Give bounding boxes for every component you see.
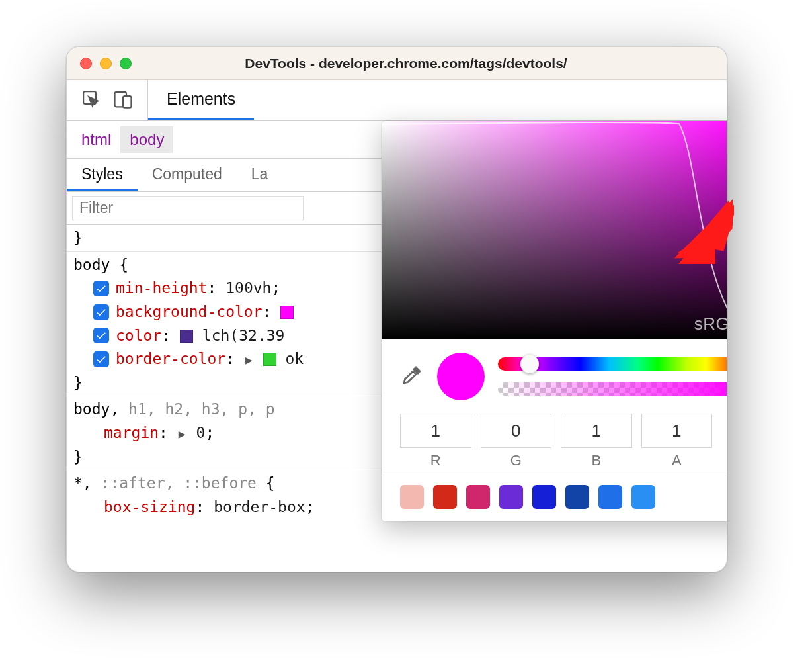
hue-slider-thumb[interactable] <box>520 355 539 373</box>
expand-triangle-icon[interactable]: ▶ <box>177 427 187 441</box>
palette-swatch[interactable] <box>565 485 589 509</box>
stepper-down-icon[interactable]: ▼ <box>725 498 727 510</box>
b-input[interactable] <box>561 414 632 448</box>
color-swatch-icon[interactable] <box>280 306 294 319</box>
window-title: DevTools - developer.chrome.com/tags/dev… <box>99 56 713 71</box>
svg-rect-2 <box>123 96 132 108</box>
format-switch-stepper[interactable]: ▲ ▼ <box>721 414 727 443</box>
devtools-window: DevTools - developer.chrome.com/tags/dev… <box>66 46 727 572</box>
toggle-checkbox[interactable] <box>93 281 109 296</box>
palette-swatch[interactable] <box>598 485 622 509</box>
palette-swatch[interactable] <box>532 485 556 509</box>
r-input[interactable] <box>400 414 471 448</box>
inspect-element-icon[interactable] <box>81 89 101 112</box>
toggle-checkbox[interactable] <box>93 351 109 367</box>
a-label: A <box>641 452 713 469</box>
color-palette-row: ▲ ▼ <box>382 476 727 521</box>
gamut-label: sRGB <box>694 314 727 334</box>
crumb-html[interactable]: html <box>72 126 120 153</box>
palette-swatch[interactable] <box>433 485 457 509</box>
close-window-button[interactable] <box>80 58 92 69</box>
subtab-computed[interactable]: Computed <box>138 159 237 191</box>
styles-filter-input[interactable] <box>72 196 304 220</box>
subtab-layout[interactable]: La <box>237 159 283 191</box>
color-picker-panel: sRGB R <box>382 121 727 521</box>
color-swatch-icon[interactable] <box>180 330 193 343</box>
g-input[interactable] <box>481 414 552 448</box>
stepper-down-icon[interactable]: ▼ <box>725 431 727 443</box>
expand-triangle-icon[interactable]: ▶ <box>244 353 254 367</box>
gamut-boundary-line <box>382 121 727 339</box>
toggle-checkbox[interactable] <box>93 328 109 343</box>
palette-swatch[interactable] <box>499 485 523 509</box>
color-preview-swatch <box>437 353 485 400</box>
alpha-slider[interactable] <box>498 382 727 396</box>
palette-set-stepper[interactable]: ▲ ▼ <box>721 484 727 510</box>
stray-close-brace: } <box>73 229 83 246</box>
palette-swatch[interactable] <box>466 485 490 509</box>
stepper-up-icon[interactable]: ▲ <box>725 484 727 496</box>
eyedropper-icon[interactable] <box>400 363 424 390</box>
b-label: B <box>561 452 632 469</box>
color-swatch-icon[interactable] <box>263 353 276 366</box>
g-label: G <box>481 452 552 469</box>
device-toolbar-icon[interactable] <box>113 89 133 112</box>
palette-swatch[interactable] <box>400 485 424 509</box>
r-label: R <box>400 452 471 469</box>
titlebar: DevTools - developer.chrome.com/tags/dev… <box>67 47 727 80</box>
rgba-inputs: R G B A ▲ ▼ <box>382 408 727 476</box>
palette-swatch[interactable] <box>631 485 655 509</box>
crumb-body[interactable]: body <box>120 126 173 153</box>
stepper-up-icon[interactable]: ▲ <box>725 418 727 429</box>
hue-slider[interactable] <box>498 357 727 371</box>
a-input[interactable] <box>641 414 713 448</box>
devtools-toolbar: Elements <box>67 80 727 121</box>
tab-elements[interactable]: Elements <box>148 80 254 120</box>
subtab-styles[interactable]: Styles <box>67 159 138 191</box>
saturation-value-field[interactable]: sRGB <box>382 121 727 339</box>
toggle-checkbox[interactable] <box>93 304 109 320</box>
